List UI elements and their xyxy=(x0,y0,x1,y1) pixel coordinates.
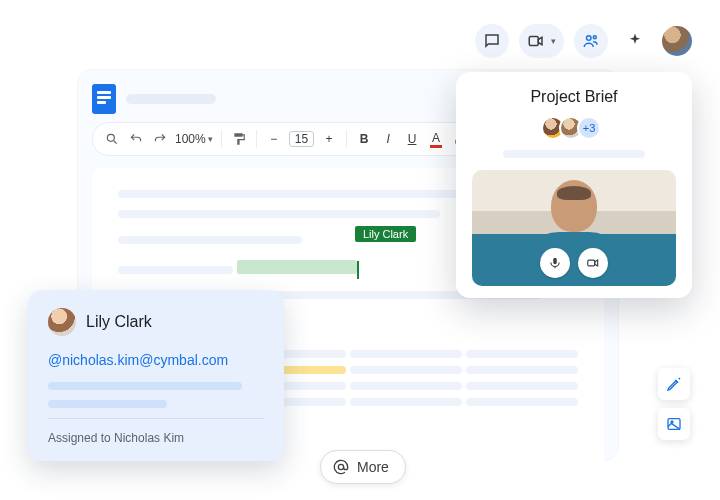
chevron-down-icon: ▾ xyxy=(208,134,213,144)
svg-rect-9 xyxy=(553,258,557,264)
mention-card: Lily Clark @nicholas.kim@cymbal.com Assi… xyxy=(28,290,284,461)
svg-point-8 xyxy=(338,464,343,469)
format-paint-button[interactable] xyxy=(230,127,248,151)
account-avatar[interactable] xyxy=(662,26,692,56)
sparkle-icon xyxy=(626,32,644,50)
bold-button[interactable]: B xyxy=(355,127,373,151)
header-actions: ▾ xyxy=(475,24,692,58)
search-icon xyxy=(105,132,119,146)
microphone-icon xyxy=(548,256,562,270)
video-icon xyxy=(586,256,600,270)
underline-button[interactable]: U xyxy=(403,127,421,151)
image-box-icon xyxy=(666,416,682,432)
side-floating-actions xyxy=(658,368,690,440)
zoom-select[interactable]: 100%▾ xyxy=(175,127,213,151)
font-inc-button[interactable]: + xyxy=(320,127,338,151)
mention-link[interactable]: @nicholas.kim@cymbal.com xyxy=(48,352,264,368)
camera-toggle[interactable] xyxy=(578,248,608,278)
mention-user-name: Lily Clark xyxy=(86,313,152,331)
search-button[interactable] xyxy=(103,127,121,151)
cursor-green xyxy=(357,261,359,279)
text-selection xyxy=(237,260,357,274)
svg-rect-0 xyxy=(529,37,538,46)
share-button[interactable] xyxy=(574,24,608,58)
svg-point-7 xyxy=(671,421,673,423)
redo-button[interactable] xyxy=(151,127,169,151)
ai-sparkle-button[interactable] xyxy=(618,24,652,58)
undo-icon xyxy=(129,132,143,146)
svg-point-3 xyxy=(107,134,114,141)
meet-title: Project Brief xyxy=(472,88,676,106)
svg-rect-10 xyxy=(588,260,595,266)
svg-point-2 xyxy=(593,36,596,39)
meet-dropdown-button[interactable]: ▾ xyxy=(519,24,564,58)
redo-icon xyxy=(153,132,167,146)
doc-title-placeholder[interactable] xyxy=(126,94,216,104)
svg-point-1 xyxy=(587,36,592,41)
more-chip-label: More xyxy=(357,459,389,475)
meet-card: Project Brief +3 xyxy=(456,72,692,298)
participant-overflow[interactable]: +3 xyxy=(577,116,601,140)
chevron-down-icon: ▾ xyxy=(551,36,556,46)
collaborator-flag-green: Lily Clark xyxy=(355,226,416,242)
assigned-to-text: Assigned to Nicholas Kim xyxy=(48,418,264,445)
font-size-input[interactable]: 15 xyxy=(289,131,314,147)
chat-bubble-icon xyxy=(483,32,501,50)
people-icon xyxy=(582,32,600,50)
image-box-button[interactable] xyxy=(658,408,690,440)
edit-pen-icon xyxy=(666,376,682,392)
video-tile[interactable] xyxy=(472,170,676,286)
font-dec-button[interactable]: − xyxy=(265,127,283,151)
more-chip[interactable]: More xyxy=(320,450,406,484)
edit-pen-button[interactable] xyxy=(658,368,690,400)
format-paint-icon xyxy=(232,132,246,146)
at-sign-icon xyxy=(333,459,349,475)
mention-avatar xyxy=(48,308,76,336)
comments-button[interactable] xyxy=(475,24,509,58)
undo-button[interactable] xyxy=(127,127,145,151)
video-icon xyxy=(527,32,545,50)
mic-toggle[interactable] xyxy=(540,248,570,278)
zoom-value: 100% xyxy=(175,132,206,146)
text-color-button[interactable]: A xyxy=(427,127,445,151)
docs-logo-icon xyxy=(92,84,116,114)
meet-participants: +3 xyxy=(472,116,676,140)
italic-button[interactable]: I xyxy=(379,127,397,151)
meet-subtitle-placeholder xyxy=(503,150,646,158)
